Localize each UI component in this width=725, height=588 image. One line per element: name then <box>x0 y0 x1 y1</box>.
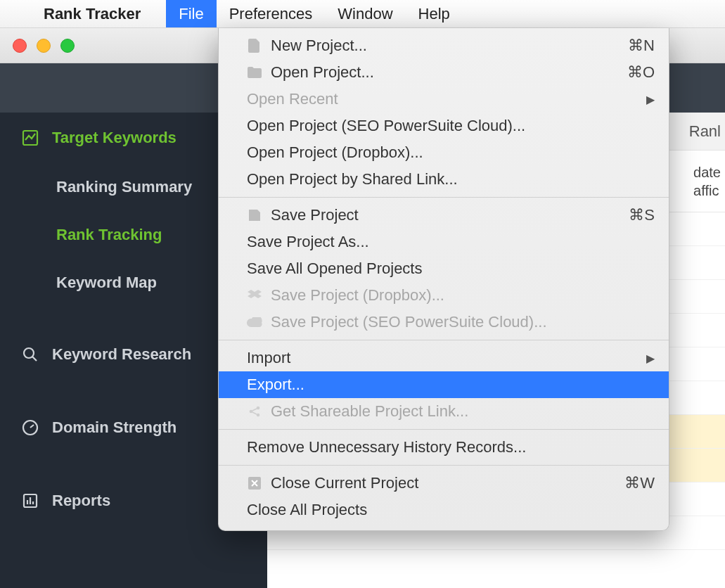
menu-close-all-projects[interactable]: Close All Projects <box>219 497 669 523</box>
menu-separator <box>219 465 669 466</box>
chart-line-icon <box>21 129 39 146</box>
menu-shortcut: ⌘W <box>624 474 655 492</box>
menu-label: Save Project (Dropbox)... <box>247 286 655 305</box>
window-minimize-button[interactable] <box>37 39 51 53</box>
menu-shortcut: ⌘N <box>628 37 655 55</box>
menu-save-all-projects[interactable]: Save All Opened Projects <box>219 255 669 282</box>
menu-preferences[interactable]: Preferences <box>217 0 326 27</box>
file-icon <box>247 38 262 53</box>
sidebar-label: Ranking Summary <box>56 178 192 196</box>
menu-new-project[interactable]: New Project... ⌘N <box>219 32 669 59</box>
bar-chart-icon <box>21 492 39 509</box>
sidebar-label: Target Keywords <box>52 129 177 147</box>
menu-get-shareable-link: Get Shareable Project Link... <box>219 398 669 425</box>
menu-close-current-project[interactable]: Close Current Project ⌘W <box>219 470 669 497</box>
menu-open-project[interactable]: Open Project... ⌘O <box>219 59 669 86</box>
svg-point-11 <box>257 414 260 417</box>
menu-help[interactable]: Help <box>406 0 463 27</box>
window-zoom-button[interactable] <box>60 39 75 53</box>
svg-point-1 <box>24 348 34 358</box>
menu-save-project-dropbox: Save Project (Dropbox)... <box>219 282 669 309</box>
menu-separator <box>219 340 669 340</box>
menu-label: Remove Unnecessary History Records... <box>247 438 655 456</box>
menu-import[interactable]: Import ▶ <box>219 345 669 371</box>
menu-label: Close Current Project <box>247 474 624 492</box>
menu-open-project-cloud[interactable]: Open Project (SEO PowerSuite Cloud)... <box>219 113 669 139</box>
menu-save-project[interactable]: Save Project ⌘S <box>219 202 669 229</box>
menu-label: Open Project (Dropbox)... <box>247 143 655 162</box>
menu-export[interactable]: Export... <box>219 371 669 398</box>
menu-label: Save Project As... <box>247 233 655 251</box>
menu-label: Save Project <box>247 206 629 224</box>
menu-open-project-shared-link[interactable]: Open Project by Shared Link... <box>219 166 669 193</box>
menu-open-project-dropbox[interactable]: Open Project (Dropbox)... <box>219 139 669 166</box>
menu-separator <box>219 197 669 198</box>
menu-label: Open Project by Shared Link... <box>247 170 655 188</box>
dropbox-icon <box>247 288 262 303</box>
menu-window[interactable]: Window <box>325 0 405 27</box>
cloud-icon <box>247 314 262 330</box>
menu-label: Save All Opened Projects <box>247 260 655 278</box>
sidebar-label: Domain Strength <box>52 418 177 437</box>
menu-separator <box>219 429 669 430</box>
menu-label: Open Recent <box>247 90 646 108</box>
menu-shortcut: ⌘S <box>629 206 655 224</box>
svg-point-10 <box>257 407 260 410</box>
tab-partial[interactable]: Ranl <box>689 122 721 141</box>
menu-label: Export... <box>247 376 655 394</box>
menu-label: Save Project (SEO PowerSuite Cloud)... <box>247 313 655 331</box>
macos-menubar: Rank Tracker File Preferences Window Hel… <box>0 0 725 28</box>
menu-remove-history-records[interactable]: Remove Unnecessary History Records... <box>219 434 669 461</box>
gauge-icon <box>21 419 39 436</box>
menu-label: New Project... <box>247 37 628 55</box>
svg-line-2 <box>32 357 37 361</box>
filter-text-partial: date affic <box>693 163 721 200</box>
window-close-button[interactable] <box>13 39 27 53</box>
menu-file[interactable]: File <box>166 0 216 27</box>
search-icon <box>21 346 39 363</box>
sidebar-label: Keyword Map <box>56 274 157 292</box>
menu-label: Open Project... <box>247 63 627 82</box>
sidebar-label: Reports <box>52 492 110 510</box>
close-icon <box>247 475 262 491</box>
share-icon <box>247 404 262 419</box>
menu-label: Open Project (SEO PowerSuite Cloud)... <box>247 117 655 135</box>
floppy-disk-icon <box>247 207 262 223</box>
menu-label: Get Shareable Project Link... <box>247 402 655 421</box>
submenu-arrow-icon: ▶ <box>646 352 655 365</box>
menu-open-recent: Open Recent ▶ <box>219 86 669 113</box>
submenu-arrow-icon: ▶ <box>646 93 655 106</box>
file-menu-dropdown: New Project... ⌘N Open Project... ⌘O Ope… <box>218 28 669 531</box>
app-name[interactable]: Rank Tracker <box>44 5 166 23</box>
menu-save-project-cloud: Save Project (SEO PowerSuite Cloud)... <box>219 309 669 335</box>
menu-shortcut: ⌘O <box>627 63 655 82</box>
menu-save-project-as[interactable]: Save Project As... <box>219 229 669 255</box>
menu-label: Import <box>247 349 646 367</box>
sidebar-label: Rank Tracking <box>56 226 162 244</box>
svg-line-4 <box>30 425 34 428</box>
menu-label: Close All Projects <box>247 501 655 519</box>
folder-icon <box>247 65 262 80</box>
sidebar-label: Keyword Research <box>52 345 191 364</box>
